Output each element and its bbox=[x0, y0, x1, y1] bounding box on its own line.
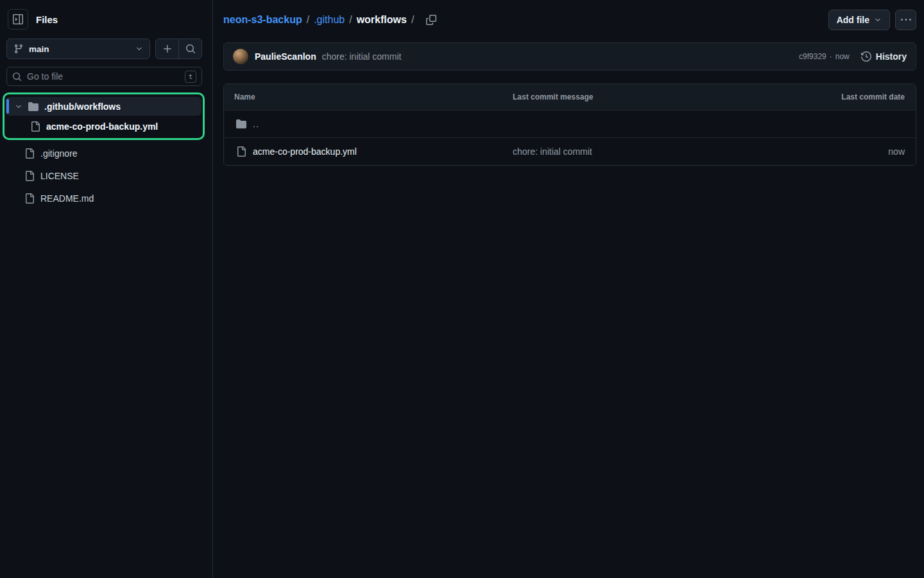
files-panel-title: Files bbox=[36, 14, 58, 25]
repo-file-browser: Files main bbox=[0, 0, 924, 578]
more-options-button[interactable] bbox=[895, 10, 916, 30]
directory-listing-table: Name Last commit message Last commit dat… bbox=[223, 83, 916, 166]
tree-item-github-workflows[interactable]: .github/workflows bbox=[6, 97, 201, 116]
folder-icon bbox=[236, 119, 246, 129]
commit-meta: c9f9329 · now bbox=[799, 52, 850, 61]
row-commit-message: chore: initial commit bbox=[513, 146, 807, 157]
collapse-file-tree-button[interactable] bbox=[8, 9, 28, 30]
tree-item-label: .github/workflows bbox=[44, 101, 121, 112]
table-row-acme-co-prod-backup[interactable]: acme-co-prod-backup.yml chore: initial c… bbox=[224, 137, 916, 165]
file-tree-sidebar: Files main bbox=[0, 0, 213, 578]
active-item-indicator bbox=[6, 99, 9, 114]
file-icon bbox=[24, 193, 35, 204]
parent-directory-link[interactable]: .. bbox=[253, 119, 259, 129]
commit-author-link[interactable]: PaulieScanlon bbox=[255, 51, 316, 62]
kebab-horizontal-icon bbox=[901, 15, 911, 25]
file-icon bbox=[24, 148, 35, 159]
chevron-down-icon bbox=[135, 45, 143, 53]
tree-item-label: .gitignore bbox=[40, 148, 78, 159]
git-branch-icon bbox=[13, 44, 24, 54]
tree-item-gitignore[interactable]: .gitignore bbox=[4, 144, 205, 162]
tree-item-label: LICENSE bbox=[40, 171, 79, 181]
go-to-file-input[interactable] bbox=[27, 71, 180, 82]
sidebar-header: Files bbox=[0, 0, 212, 36]
breadcrumb-separator: / bbox=[307, 14, 309, 26]
folder-icon bbox=[28, 101, 38, 112]
sidebar-collapse-icon bbox=[13, 14, 23, 24]
new-file-button[interactable] bbox=[156, 39, 178, 58]
main-content: neon-s3-backup / .github / workflows / A… bbox=[213, 0, 924, 578]
history-label: History bbox=[876, 51, 907, 62]
breadcrumb: neon-s3-backup / .github / workflows / bbox=[223, 14, 436, 26]
add-file-label: Add file bbox=[837, 15, 869, 25]
page-header: neon-s3-backup / .github / workflows / A… bbox=[223, 10, 916, 30]
tree-item-label: acme-co-prod-backup.yml bbox=[46, 121, 158, 132]
file-icon bbox=[24, 171, 35, 181]
table-row-parent-directory[interactable]: .. bbox=[224, 110, 916, 137]
branch-selector[interactable]: main bbox=[6, 39, 150, 59]
commit-time: now bbox=[835, 52, 850, 61]
tree-root-items: .gitignore LICENSE README.md bbox=[4, 144, 205, 207]
commit-message-link[interactable]: chore: initial commit bbox=[322, 51, 402, 62]
meta-separator: · bbox=[830, 52, 832, 61]
sidebar-controls: main bbox=[0, 36, 212, 59]
search-tree-button[interactable] bbox=[179, 39, 201, 58]
tree-action-buttons bbox=[155, 39, 202, 59]
search-icon bbox=[185, 44, 196, 54]
copy-icon bbox=[426, 15, 436, 25]
annotation-highlight: .github/workflows acme-co-prod-backup.ym… bbox=[3, 92, 205, 140]
column-header-message: Last commit message bbox=[513, 92, 807, 101]
breadcrumb-separator: / bbox=[349, 14, 352, 26]
file-icon bbox=[30, 121, 40, 132]
copy-path-button[interactable] bbox=[426, 15, 436, 25]
breadcrumb-github-link[interactable]: .github bbox=[314, 14, 345, 26]
keyboard-shortcut-hint: t bbox=[185, 71, 196, 83]
author-avatar[interactable] bbox=[233, 49, 248, 64]
table-header-row: Name Last commit message Last commit dat… bbox=[224, 84, 916, 110]
tree-item-readme[interactable]: README.md bbox=[4, 189, 205, 207]
plus-icon bbox=[162, 44, 173, 54]
row-commit-date: now bbox=[807, 146, 916, 157]
tree-item-label: README.md bbox=[40, 193, 94, 204]
history-icon bbox=[861, 51, 871, 62]
header-actions: Add file bbox=[828, 10, 916, 30]
tree-item-license[interactable]: LICENSE bbox=[4, 166, 205, 185]
tree-item-acme-co-prod-backup[interactable]: acme-co-prod-backup.yml bbox=[6, 117, 201, 136]
add-file-button[interactable]: Add file bbox=[828, 10, 890, 30]
breadcrumb-separator: / bbox=[411, 14, 414, 26]
chevron-down-icon bbox=[874, 16, 882, 24]
current-branch-name: main bbox=[29, 44, 130, 54]
breadcrumb-repo-link[interactable]: neon-s3-backup bbox=[223, 14, 302, 26]
column-header-name: Name bbox=[224, 92, 513, 101]
column-header-date: Last commit date bbox=[807, 92, 916, 101]
file-icon bbox=[236, 146, 246, 157]
commit-sha-link[interactable]: c9f9329 bbox=[799, 52, 826, 61]
chevron-down-icon[interactable] bbox=[15, 103, 22, 110]
history-button[interactable]: History bbox=[861, 51, 907, 62]
breadcrumb-current-folder: workflows bbox=[357, 14, 407, 26]
file-name-link[interactable]: acme-co-prod-backup.yml bbox=[253, 146, 357, 157]
latest-commit-bar: PaulieScanlon chore: initial commit c9f9… bbox=[223, 42, 916, 71]
search-icon bbox=[12, 72, 22, 82]
go-to-file-search: t bbox=[6, 67, 202, 86]
file-tree: .github/workflows acme-co-prod-backup.ym… bbox=[0, 92, 212, 211]
